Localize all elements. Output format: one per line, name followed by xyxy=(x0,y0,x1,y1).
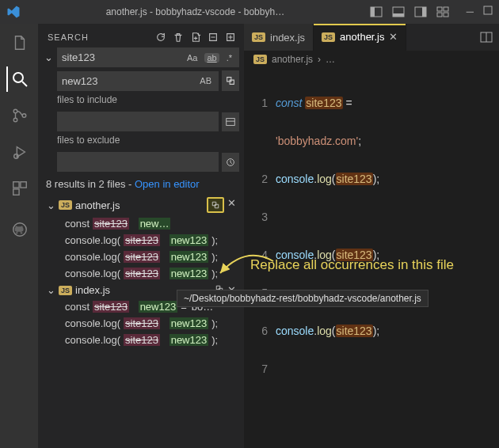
files-include-input[interactable] xyxy=(57,112,219,131)
result-line[interactable]: const site123 new… xyxy=(43,215,239,232)
new-file-icon[interactable] xyxy=(190,32,201,43)
open-in-editor-link[interactable]: Open in editor xyxy=(135,178,200,190)
svg-rect-9 xyxy=(444,13,448,17)
replace-all-button[interactable] xyxy=(222,70,239,91)
preserve-case-toggle[interactable]: AB xyxy=(197,76,214,85)
explorer-icon[interactable] xyxy=(6,30,32,55)
result-line[interactable]: console.log(site123 new123); xyxy=(43,249,239,265)
chevron-right-icon: › xyxy=(318,54,321,65)
result-line[interactable]: console.log(site123 new123); xyxy=(43,232,239,249)
result-line[interactable]: console.log(site123 new123); xyxy=(43,315,239,332)
window-title: another.js - bobbyhadz-vscode - bobbyh… xyxy=(21,6,370,17)
js-file-icon: JS xyxy=(59,286,72,295)
files-exclude-input[interactable] xyxy=(57,152,219,172)
regex-toggle[interactable]: .* xyxy=(224,53,234,63)
match-case-toggle[interactable]: Aa xyxy=(185,53,200,63)
layout-icon-2[interactable] xyxy=(392,6,405,18)
toggle-replace-icon[interactable]: ⌄ xyxy=(43,51,54,63)
svg-rect-10 xyxy=(484,6,492,14)
use-ignore-icon[interactable] xyxy=(222,153,239,172)
search-panel-title: SEARCH xyxy=(48,32,89,42)
github-icon[interactable] xyxy=(6,217,32,242)
file-name: index.js xyxy=(75,284,110,296)
svg-rect-6 xyxy=(437,7,442,11)
vscode-logo-icon xyxy=(6,5,21,19)
breadcrumb-file: another.js xyxy=(272,54,313,65)
tab-another[interactable]: JS another.js ✕ xyxy=(314,24,406,51)
svg-rect-19 xyxy=(21,182,26,188)
editor-content[interactable]: 1const site123 = 'bobbyhadz.com'; 2conso… xyxy=(244,68,499,401)
tab-label: index.js xyxy=(270,32,305,44)
tab-index[interactable]: JS index.js xyxy=(244,24,314,51)
replace-input[interactable]: new123 AB xyxy=(57,71,219,91)
js-file-icon: JS xyxy=(253,55,267,64)
js-file-icon: JS xyxy=(252,32,265,42)
search-icon[interactable] xyxy=(6,66,32,92)
clear-icon[interactable] xyxy=(173,32,184,43)
breadcrumb-rest: … xyxy=(326,54,335,65)
svg-rect-7 xyxy=(444,7,448,11)
svg-point-15 xyxy=(22,114,26,118)
results-summary: 8 results in 2 files - Open in editor xyxy=(43,172,239,195)
svg-point-11 xyxy=(13,73,23,82)
svg-rect-8 xyxy=(437,13,442,17)
js-file-icon: JS xyxy=(322,32,335,42)
layout-icon-1[interactable] xyxy=(370,6,383,18)
result-file-another[interactable]: ⌄ JS another.js ✕ xyxy=(43,195,239,215)
result-line[interactable]: console.log(site123 new123); xyxy=(43,332,239,348)
search-query-text: site123 xyxy=(62,51,95,63)
svg-point-14 xyxy=(13,118,17,122)
search-input[interactable]: site123 Aa ab .* xyxy=(57,47,239,67)
svg-rect-1 xyxy=(371,7,375,17)
replace-file-button[interactable] xyxy=(207,197,224,213)
debug-icon[interactable] xyxy=(6,139,32,165)
files-include-label: files to include xyxy=(43,91,239,107)
collapse-icon[interactable] xyxy=(208,32,219,43)
path-tooltip: ~/Desktop/bobbyhadz-rest/bobbyhadz-vscod… xyxy=(177,290,429,307)
svg-point-13 xyxy=(13,109,17,113)
result-line[interactable]: console.log(site123 new123); xyxy=(43,265,239,282)
svg-rect-20 xyxy=(13,189,19,195)
layout-icon-3[interactable] xyxy=(414,6,427,18)
svg-rect-5 xyxy=(422,7,426,17)
svg-rect-3 xyxy=(393,13,404,17)
replace-query-text: new123 xyxy=(62,75,98,87)
chevron-down-icon: ⌄ xyxy=(46,284,55,296)
js-file-icon: JS xyxy=(59,200,72,210)
minimize-icon[interactable]: ─ xyxy=(467,6,474,18)
annotation-label: Replace all occurrences in this file xyxy=(250,257,454,273)
dismiss-file-icon[interactable]: ✕ xyxy=(227,197,236,213)
close-tab-icon[interactable]: ✕ xyxy=(389,31,398,43)
open-files-only-icon[interactable] xyxy=(222,112,239,131)
chevron-down-icon: ⌄ xyxy=(46,199,55,211)
breadcrumb[interactable]: JS another.js › … xyxy=(244,51,499,68)
files-exclude-label: files to exclude xyxy=(43,131,239,147)
svg-rect-18 xyxy=(13,182,19,188)
maximize-icon[interactable] xyxy=(483,6,493,18)
tab-label: another.js xyxy=(340,31,384,43)
match-word-toggle[interactable]: ab xyxy=(204,53,219,63)
split-editor-icon[interactable] xyxy=(480,31,493,44)
refresh-icon[interactable] xyxy=(155,32,166,43)
expand-icon[interactable] xyxy=(225,32,236,43)
svg-rect-22 xyxy=(227,118,235,125)
svg-line-12 xyxy=(22,82,27,86)
layout-icon-4[interactable] xyxy=(436,6,449,18)
extensions-icon[interactable] xyxy=(6,176,32,201)
file-name: another.js xyxy=(75,199,120,211)
source-control-icon[interactable] xyxy=(6,103,32,128)
